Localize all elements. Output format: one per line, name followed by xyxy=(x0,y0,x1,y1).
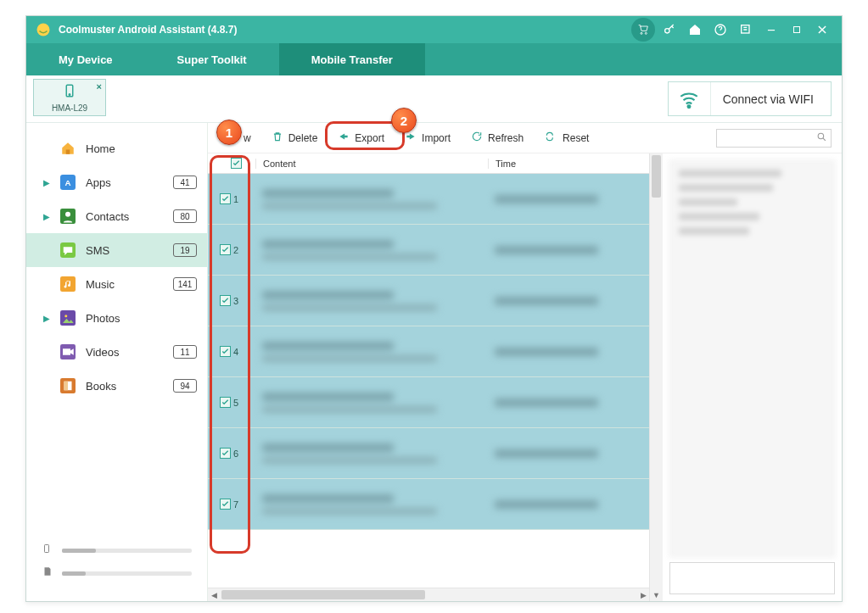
tab-my-device[interactable]: My Device xyxy=(26,43,145,75)
device-tab[interactable]: × HMA-L29 xyxy=(33,79,106,116)
row-checkbox[interactable] xyxy=(220,499,231,510)
sidebar-item-sms[interactable]: SMS19 xyxy=(26,233,207,267)
vscrollbar[interactable]: ▲ ▼ xyxy=(649,153,663,601)
phone-storage-icon xyxy=(42,542,57,559)
svg-rect-4 xyxy=(768,30,775,31)
row-content xyxy=(255,337,488,367)
table-wrap: Content Time 1234567 ◀ ▶ ▲ ▼ xyxy=(208,153,842,601)
sidebar-item-home[interactable]: Home xyxy=(26,131,207,165)
svg-rect-21 xyxy=(45,545,49,553)
device-close-icon[interactable]: × xyxy=(97,81,102,92)
row-index: 6 xyxy=(233,449,255,459)
svg-point-7 xyxy=(69,93,70,95)
reply-input[interactable] xyxy=(669,562,835,594)
col-content[interactable]: Content xyxy=(255,159,488,169)
cart-icon[interactable] xyxy=(631,18,655,42)
chevron-right-icon: ▶ xyxy=(43,314,55,323)
row-content xyxy=(255,489,488,520)
table-row[interactable]: 1 xyxy=(208,174,649,225)
table-row[interactable]: 4 xyxy=(208,326,649,377)
table-header: Content Time xyxy=(208,153,649,174)
table-row[interactable]: 2 xyxy=(208,225,649,276)
table-row[interactable]: 7 xyxy=(208,479,649,530)
table-row[interactable]: 6 xyxy=(208,428,649,479)
sd-card-icon xyxy=(42,566,57,581)
row-checkbox[interactable] xyxy=(220,397,231,408)
trash-icon xyxy=(272,131,283,145)
svg-point-8 xyxy=(688,105,691,108)
table-row[interactable]: 5 xyxy=(208,377,649,428)
scroll-right-icon[interactable]: ▶ xyxy=(637,588,649,601)
wifi-label: Connect via WIFI xyxy=(711,92,814,106)
apps-icon: A xyxy=(59,173,77,192)
col-time[interactable]: Time xyxy=(488,159,649,169)
home-icon[interactable] xyxy=(684,19,706,41)
sidebar-item-contacts[interactable]: ▶Contacts80 xyxy=(26,199,207,233)
export-button[interactable]: Export xyxy=(328,127,395,148)
sidebar-item-label: Contacts xyxy=(86,210,173,223)
phone-icon xyxy=(62,83,77,102)
svg-point-22 xyxy=(818,133,824,139)
tab-mobile-transfer[interactable]: Mobile Transfer xyxy=(279,43,425,75)
select-all-checkbox[interactable] xyxy=(231,158,242,169)
export-icon xyxy=(338,131,350,145)
row-time xyxy=(488,292,649,310)
sidebar-item-books[interactable]: Books94 xyxy=(26,369,207,403)
svg-rect-5 xyxy=(794,27,800,33)
annotation-badge-1: 1 xyxy=(216,120,242,145)
sidebar-item-label: Music xyxy=(86,278,173,291)
button-label: w xyxy=(244,132,251,144)
row-checkbox[interactable] xyxy=(220,295,231,306)
delete-button[interactable]: Delete xyxy=(261,127,328,148)
row-checkbox[interactable] xyxy=(220,193,231,204)
sidebar-item-videos[interactable]: Videos11 xyxy=(26,335,207,369)
search-input[interactable] xyxy=(720,133,816,143)
vscroll-thumb[interactable] xyxy=(652,155,661,198)
chevron-right-icon: ▶ xyxy=(43,178,55,187)
chevron-right-icon: ▶ xyxy=(43,212,55,221)
storage-indicator xyxy=(26,533,207,601)
row-time xyxy=(488,190,649,209)
svg-rect-9 xyxy=(66,150,70,154)
sidebar-item-photos[interactable]: ▶Photos xyxy=(26,301,207,335)
table-row[interactable]: 3 xyxy=(208,276,649,326)
refresh-icon xyxy=(471,131,483,145)
minimize-button[interactable] xyxy=(760,19,782,41)
row-index: 2 xyxy=(233,245,255,255)
connect-wifi-button[interactable]: Connect via WIFI xyxy=(668,81,832,116)
annotation-badge-2: 2 xyxy=(391,108,417,133)
tab-label: Super Toolkit xyxy=(177,53,247,66)
svg-point-17 xyxy=(64,315,67,317)
hscrollbar[interactable]: ◀ ▶ xyxy=(208,588,649,601)
row-checkbox[interactable] xyxy=(220,244,231,255)
sidebar-item-label: SMS xyxy=(86,244,173,257)
close-button[interactable] xyxy=(811,19,833,41)
key-icon[interactable] xyxy=(658,19,680,41)
sidebar-item-apps[interactable]: ▶AApps41 xyxy=(26,165,207,199)
row-time xyxy=(488,495,649,514)
count-badge: 11 xyxy=(173,345,197,359)
feedback-icon[interactable] xyxy=(735,19,757,41)
refresh-button[interactable]: Refresh xyxy=(461,127,534,148)
reset-button[interactable]: Reset xyxy=(534,127,599,148)
row-index: 7 xyxy=(233,499,255,510)
search-box[interactable] xyxy=(716,129,832,148)
svg-rect-16 xyxy=(60,310,76,326)
svg-point-0 xyxy=(37,24,50,36)
row-index: 3 xyxy=(233,296,255,306)
scroll-left-icon[interactable]: ◀ xyxy=(208,588,220,601)
svg-rect-19 xyxy=(63,348,70,355)
button-label: Import xyxy=(422,132,451,144)
search-icon[interactable] xyxy=(816,131,827,146)
button-label: Delete xyxy=(288,132,318,144)
sidebar-item-music[interactable]: Music141 xyxy=(26,267,207,301)
help-icon[interactable] xyxy=(709,19,731,41)
row-checkbox[interactable] xyxy=(220,346,231,357)
row-index: 1 xyxy=(233,194,255,204)
videos-icon xyxy=(59,343,77,361)
scroll-down-icon[interactable]: ▼ xyxy=(650,589,663,601)
hscroll-thumb[interactable] xyxy=(221,590,425,599)
row-checkbox[interactable] xyxy=(220,448,231,459)
tab-super-toolkit[interactable]: Super Toolkit xyxy=(145,43,279,75)
maximize-button[interactable] xyxy=(786,19,808,41)
